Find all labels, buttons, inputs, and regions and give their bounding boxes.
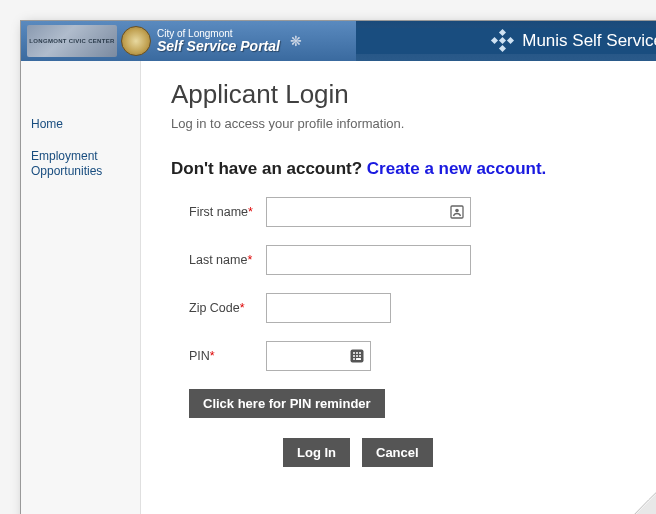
- row-first-name: First name*: [171, 197, 647, 227]
- login-button[interactable]: Log In: [283, 438, 350, 467]
- product-name: Munis Self Service: [522, 31, 656, 51]
- city-banner: LONGMONT CIVIC CENTER City of Longmont S…: [21, 21, 356, 61]
- civic-center-photo: LONGMONT CIVIC CENTER: [27, 25, 117, 57]
- pin-reminder-button[interactable]: Click here for PIN reminder: [189, 389, 385, 418]
- required-asterisk: *: [247, 253, 252, 267]
- svg-rect-0: [499, 29, 506, 36]
- create-account-prompt: Don't have an account? Create a new acco…: [171, 159, 647, 179]
- first-name-input[interactable]: [266, 197, 471, 227]
- munis-logo: Munis Self Service: [490, 28, 656, 54]
- svg-rect-15: [356, 358, 361, 360]
- munis-dots-icon: [490, 28, 516, 54]
- action-row: Log In Cancel: [171, 438, 647, 467]
- svg-point-8: [353, 352, 355, 354]
- sidebar-item-employment-opportunities[interactable]: Employment Opportunities: [21, 141, 140, 188]
- page-title: Applicant Login: [171, 79, 647, 110]
- row-last-name: Last name*: [171, 245, 647, 275]
- label-last-name-text: Last name: [189, 253, 247, 267]
- page-subtitle: Log in to access your profile informatio…: [171, 116, 647, 131]
- row-zip: Zip Code*: [171, 293, 647, 323]
- svg-rect-1: [491, 37, 498, 44]
- svg-point-14: [353, 358, 355, 360]
- svg-point-12: [356, 355, 358, 357]
- svg-point-6: [455, 209, 459, 213]
- label-last-name: Last name*: [171, 253, 266, 267]
- product-brand-area: Munis Self Service: [356, 28, 656, 54]
- label-zip: Zip Code*: [171, 301, 266, 315]
- banner-text: City of Longmont Self Service Portal: [157, 29, 280, 53]
- label-first-name-text: First name: [189, 205, 248, 219]
- required-asterisk: *: [248, 205, 253, 219]
- banner-line2: Self Service Portal: [157, 39, 280, 53]
- pin-reminder-row: Click here for PIN reminder: [189, 389, 647, 418]
- svg-rect-3: [499, 45, 506, 52]
- svg-rect-4: [499, 37, 506, 44]
- last-name-input[interactable]: [266, 245, 471, 275]
- row-pin: PIN*: [171, 341, 647, 371]
- svg-point-10: [359, 352, 361, 354]
- label-pin: PIN*: [171, 349, 266, 363]
- label-pin-text: PIN: [189, 349, 210, 363]
- app-window: LONGMONT CIVIC CENTER City of Longmont S…: [20, 20, 656, 514]
- zip-input[interactable]: [266, 293, 391, 323]
- sidebar-item-home[interactable]: Home: [21, 109, 140, 141]
- contact-card-icon: [449, 204, 465, 220]
- sidebar: Home Employment Opportunities: [21, 61, 141, 514]
- svg-point-11: [353, 355, 355, 357]
- header-bar: LONGMONT CIVIC CENTER City of Longmont S…: [21, 21, 656, 61]
- label-first-name: First name*: [171, 205, 266, 219]
- civic-center-photo-caption: LONGMONT CIVIC CENTER: [29, 38, 114, 44]
- sparkle-icon: ❋: [290, 34, 304, 48]
- cancel-button[interactable]: Cancel: [362, 438, 433, 467]
- required-asterisk: *: [240, 301, 245, 315]
- city-seal-icon: [121, 26, 151, 56]
- svg-point-9: [356, 352, 358, 354]
- main-content: Applicant Login Log in to access your pr…: [141, 61, 656, 514]
- required-asterisk: *: [210, 349, 215, 363]
- label-zip-text: Zip Code: [189, 301, 240, 315]
- prompt-static-text: Don't have an account?: [171, 159, 367, 178]
- svg-point-13: [359, 355, 361, 357]
- svg-rect-2: [507, 37, 514, 44]
- body-area: Home Employment Opportunities Applicant …: [21, 61, 656, 514]
- keypad-icon: [349, 348, 365, 364]
- create-account-link[interactable]: Create a new account.: [367, 159, 547, 178]
